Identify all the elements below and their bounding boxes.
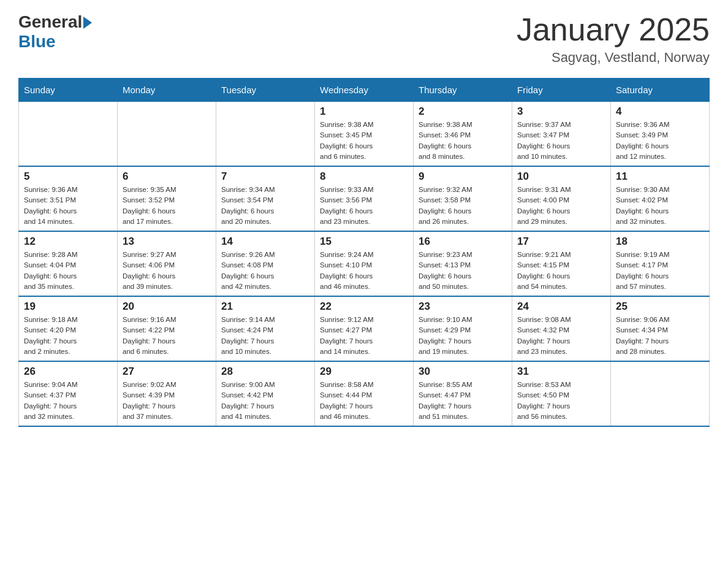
day-info: Sunrise: 9:38 AM Sunset: 3:45 PM Dayligh… (320, 120, 408, 162)
header-cell-saturday: Saturday (611, 79, 710, 102)
day-info: Sunrise: 8:58 AM Sunset: 4:44 PM Dayligh… (320, 380, 408, 422)
day-info: Sunrise: 9:04 AM Sunset: 4:37 PM Dayligh… (24, 380, 112, 422)
day-info: Sunrise: 9:00 AM Sunset: 4:42 PM Dayligh… (221, 380, 309, 422)
calendar-day (19, 102, 118, 167)
day-number: 18 (616, 236, 704, 248)
day-number: 6 (123, 170, 211, 183)
header-cell-sunday: Sunday (19, 79, 118, 102)
calendar-table: SundayMondayTuesdayWednesdayThursdayFrid… (18, 78, 710, 427)
calendar-week-4: 19Sunrise: 9:18 AM Sunset: 4:20 PM Dayli… (19, 296, 710, 361)
calendar-day (611, 361, 710, 426)
day-info: Sunrise: 9:31 AM Sunset: 4:00 PM Dayligh… (517, 185, 605, 227)
title-block: January 2025 Sagvag, Vestland, Norway (517, 12, 710, 66)
calendar-day: 12Sunrise: 9:28 AM Sunset: 4:04 PM Dayli… (19, 231, 118, 296)
calendar-day: 31Sunrise: 8:53 AM Sunset: 4:50 PM Dayli… (512, 361, 611, 426)
calendar-day: 14Sunrise: 9:26 AM Sunset: 4:08 PM Dayli… (216, 231, 315, 296)
day-number: 4 (616, 105, 704, 118)
calendar-day: 25Sunrise: 9:06 AM Sunset: 4:34 PM Dayli… (611, 296, 710, 361)
day-number: 20 (123, 301, 211, 313)
day-number: 8 (320, 170, 408, 183)
day-number: 22 (320, 301, 408, 313)
day-number: 2 (419, 105, 507, 118)
day-info: Sunrise: 9:27 AM Sunset: 4:06 PM Dayligh… (123, 250, 211, 292)
calendar-day: 11Sunrise: 9:30 AM Sunset: 4:02 PM Dayli… (611, 166, 710, 231)
day-number: 19 (24, 301, 112, 313)
day-info: Sunrise: 9:36 AM Sunset: 3:51 PM Dayligh… (24, 185, 112, 227)
day-number: 15 (320, 236, 408, 248)
logo-blue: Blue (18, 32, 92, 52)
calendar-day: 27Sunrise: 9:02 AM Sunset: 4:39 PM Dayli… (118, 361, 216, 426)
calendar-week-5: 26Sunrise: 9:04 AM Sunset: 4:37 PM Dayli… (19, 361, 710, 426)
calendar-day: 20Sunrise: 9:16 AM Sunset: 4:22 PM Dayli… (118, 296, 216, 361)
day-info: Sunrise: 9:23 AM Sunset: 4:13 PM Dayligh… (419, 250, 507, 292)
calendar-week-2: 5Sunrise: 9:36 AM Sunset: 3:51 PM Daylig… (19, 166, 710, 231)
calendar-day: 3Sunrise: 9:37 AM Sunset: 3:47 PM Daylig… (512, 102, 611, 167)
location-subtitle: Sagvag, Vestland, Norway (517, 50, 710, 66)
day-info: Sunrise: 8:53 AM Sunset: 4:50 PM Dayligh… (517, 380, 605, 422)
day-info: Sunrise: 9:10 AM Sunset: 4:29 PM Dayligh… (419, 315, 507, 357)
calendar-day: 10Sunrise: 9:31 AM Sunset: 4:00 PM Dayli… (512, 166, 611, 231)
calendar-day: 19Sunrise: 9:18 AM Sunset: 4:20 PM Dayli… (19, 296, 118, 361)
logo-general: General (18, 12, 82, 32)
calendar-day: 1Sunrise: 9:38 AM Sunset: 3:45 PM Daylig… (315, 102, 414, 167)
day-info: Sunrise: 9:26 AM Sunset: 4:08 PM Dayligh… (221, 250, 309, 292)
calendar-day: 23Sunrise: 9:10 AM Sunset: 4:29 PM Dayli… (414, 296, 512, 361)
logo-arrow-icon (83, 17, 92, 29)
calendar-day: 22Sunrise: 9:12 AM Sunset: 4:27 PM Dayli… (315, 296, 414, 361)
calendar-day: 4Sunrise: 9:36 AM Sunset: 3:49 PM Daylig… (611, 102, 710, 167)
calendar-day: 29Sunrise: 8:58 AM Sunset: 4:44 PM Dayli… (315, 361, 414, 426)
day-info: Sunrise: 9:19 AM Sunset: 4:17 PM Dayligh… (616, 250, 704, 292)
header-cell-wednesday: Wednesday (315, 79, 414, 102)
day-info: Sunrise: 9:21 AM Sunset: 4:15 PM Dayligh… (517, 250, 605, 292)
day-number: 24 (517, 301, 605, 313)
page-header: General Blue January 2025 Sagvag, Vestla… (18, 12, 710, 66)
day-info: Sunrise: 9:35 AM Sunset: 3:52 PM Dayligh… (123, 185, 211, 227)
day-info: Sunrise: 9:36 AM Sunset: 3:49 PM Dayligh… (616, 120, 704, 162)
header-cell-thursday: Thursday (414, 79, 512, 102)
day-number: 9 (419, 170, 507, 183)
day-info: Sunrise: 9:02 AM Sunset: 4:39 PM Dayligh… (123, 380, 211, 422)
calendar-day: 16Sunrise: 9:23 AM Sunset: 4:13 PM Dayli… (414, 231, 512, 296)
day-info: Sunrise: 9:30 AM Sunset: 4:02 PM Dayligh… (616, 185, 704, 227)
day-number: 31 (517, 366, 605, 378)
calendar-day: 5Sunrise: 9:36 AM Sunset: 3:51 PM Daylig… (19, 166, 118, 231)
day-info: Sunrise: 9:12 AM Sunset: 4:27 PM Dayligh… (320, 315, 408, 357)
calendar-day: 7Sunrise: 9:34 AM Sunset: 3:54 PM Daylig… (216, 166, 315, 231)
day-info: Sunrise: 9:24 AM Sunset: 4:10 PM Dayligh… (320, 250, 408, 292)
day-info: Sunrise: 9:32 AM Sunset: 3:58 PM Dayligh… (419, 185, 507, 227)
day-info: Sunrise: 9:14 AM Sunset: 4:24 PM Dayligh… (221, 315, 309, 357)
day-info: Sunrise: 8:55 AM Sunset: 4:47 PM Dayligh… (419, 380, 507, 422)
day-info: Sunrise: 9:38 AM Sunset: 3:46 PM Dayligh… (419, 120, 507, 162)
day-info: Sunrise: 9:28 AM Sunset: 4:04 PM Dayligh… (24, 250, 112, 292)
day-number: 17 (517, 236, 605, 248)
calendar-day: 8Sunrise: 9:33 AM Sunset: 3:56 PM Daylig… (315, 166, 414, 231)
day-number: 5 (24, 170, 112, 183)
header-cell-tuesday: Tuesday (216, 79, 315, 102)
day-info: Sunrise: 9:37 AM Sunset: 3:47 PM Dayligh… (517, 120, 605, 162)
header-cell-monday: Monday (118, 79, 216, 102)
day-number: 16 (419, 236, 507, 248)
day-info: Sunrise: 9:16 AM Sunset: 4:22 PM Dayligh… (123, 315, 211, 357)
calendar-header: SundayMondayTuesdayWednesdayThursdayFrid… (19, 79, 710, 102)
day-info: Sunrise: 9:34 AM Sunset: 3:54 PM Dayligh… (221, 185, 309, 227)
calendar-day: 9Sunrise: 9:32 AM Sunset: 3:58 PM Daylig… (414, 166, 512, 231)
day-info: Sunrise: 9:18 AM Sunset: 4:20 PM Dayligh… (24, 315, 112, 357)
calendar-body: 1Sunrise: 9:38 AM Sunset: 3:45 PM Daylig… (19, 102, 710, 427)
calendar-day: 18Sunrise: 9:19 AM Sunset: 4:17 PM Dayli… (611, 231, 710, 296)
day-info: Sunrise: 9:08 AM Sunset: 4:32 PM Dayligh… (517, 315, 605, 357)
header-row: SundayMondayTuesdayWednesdayThursdayFrid… (19, 79, 710, 102)
day-number: 11 (616, 170, 704, 183)
day-number: 26 (24, 366, 112, 378)
day-number: 13 (123, 236, 211, 248)
calendar-day (118, 102, 216, 167)
day-number: 28 (221, 366, 309, 378)
calendar-day: 24Sunrise: 9:08 AM Sunset: 4:32 PM Dayli… (512, 296, 611, 361)
calendar-day: 21Sunrise: 9:14 AM Sunset: 4:24 PM Dayli… (216, 296, 315, 361)
day-number: 23 (419, 301, 507, 313)
day-info: Sunrise: 9:33 AM Sunset: 3:56 PM Dayligh… (320, 185, 408, 227)
day-number: 25 (616, 301, 704, 313)
day-info: Sunrise: 9:06 AM Sunset: 4:34 PM Dayligh… (616, 315, 704, 357)
calendar-day: 26Sunrise: 9:04 AM Sunset: 4:37 PM Dayli… (19, 361, 118, 426)
header-cell-friday: Friday (512, 79, 611, 102)
calendar-day (216, 102, 315, 167)
